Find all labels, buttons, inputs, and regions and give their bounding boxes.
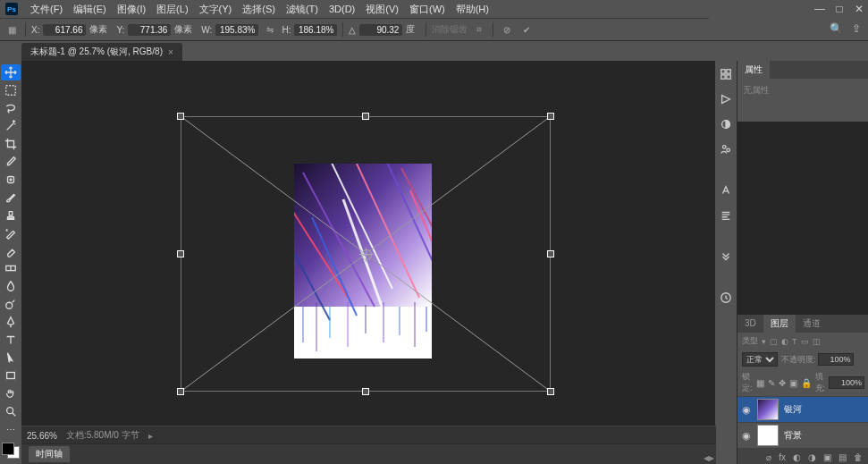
- x-input[interactable]: 617.66: [43, 24, 86, 36]
- healing-brush-tool[interactable]: [1, 172, 21, 188]
- transform-handle-bl[interactable]: [177, 388, 184, 395]
- transform-handle-bc[interactable]: [362, 388, 369, 395]
- menu-type[interactable]: 文字(Y): [194, 3, 238, 16]
- maximize-button[interactable]: □: [834, 4, 845, 14]
- opacity-input[interactable]: [818, 353, 854, 366]
- document-info[interactable]: 文档:5.80M/0 字节: [66, 429, 139, 442]
- color-panel-icon[interactable]: [718, 66, 734, 82]
- layer-name-1[interactable]: 背景: [784, 429, 802, 442]
- delete-layer-icon[interactable]: 🗑: [854, 452, 863, 462]
- tab-channels[interactable]: 通道: [796, 315, 828, 333]
- filter-adjust-icon[interactable]: ◐: [781, 337, 788, 346]
- hand-tool[interactable]: [1, 385, 21, 401]
- adjustment-layer-icon[interactable]: ◑: [808, 452, 816, 462]
- filter-dropdown-icon[interactable]: ▾: [762, 337, 766, 346]
- layer-row-0[interactable]: ◉ 银河: [737, 396, 868, 422]
- angle-input[interactable]: 90.32: [359, 24, 402, 36]
- filter-type-icon[interactable]: T: [792, 337, 797, 346]
- eyedropper-tool[interactable]: [1, 154, 21, 170]
- scroll-arrows[interactable]: ◂▸: [704, 453, 714, 462]
- menu-3d[interactable]: 3D(D): [324, 4, 360, 14]
- history-brush-tool[interactable]: [1, 225, 21, 241]
- lock-pos-icon[interactable]: ✥: [779, 377, 786, 388]
- tab-3d[interactable]: 3D: [737, 315, 763, 333]
- history-panel-icon[interactable]: [718, 290, 734, 306]
- layer-thumb-0[interactable]: [757, 399, 779, 420]
- cancel-transform-icon[interactable]: ⊘: [499, 21, 515, 38]
- lasso-tool[interactable]: [1, 100, 21, 116]
- transform-handle-br[interactable]: [547, 388, 554, 395]
- menu-window[interactable]: 窗口(W): [404, 3, 451, 16]
- close-document-icon[interactable]: ×: [168, 47, 173, 57]
- group-icon[interactable]: ▣: [823, 452, 831, 462]
- path-selection-tool[interactable]: [1, 350, 21, 366]
- transform-center-point[interactable]: [361, 249, 372, 260]
- pen-tool[interactable]: [1, 314, 21, 330]
- dodge-tool[interactable]: [1, 296, 21, 312]
- adjustments-panel-icon[interactable]: [718, 116, 734, 132]
- stamp-tool[interactable]: [1, 207, 21, 224]
- menu-help[interactable]: 帮助(H): [451, 3, 494, 16]
- transform-ref-point-icon[interactable]: ▦: [4, 21, 20, 38]
- blend-mode-select[interactable]: 正常: [742, 352, 778, 367]
- tab-layers[interactable]: 图层: [763, 315, 796, 333]
- edit-toolbar-icon[interactable]: ⋯: [1, 421, 21, 437]
- menu-select[interactable]: 选择(S): [237, 3, 281, 16]
- menu-layer[interactable]: 图层(L): [151, 3, 193, 16]
- layer-row-1[interactable]: ◉ 背景: [737, 422, 868, 448]
- info-dropdown-icon[interactable]: ▸: [148, 431, 153, 441]
- foreground-color-swatch[interactable]: [2, 443, 14, 455]
- properties-tab[interactable]: 属性: [737, 61, 770, 79]
- filter-shape-icon[interactable]: ▭: [801, 337, 809, 346]
- lock-paint-icon[interactable]: ✎: [768, 377, 775, 388]
- move-tool[interactable]: [1, 64, 21, 80]
- menu-image[interactable]: 图像(I): [112, 3, 151, 16]
- share-icon[interactable]: ⇪: [852, 22, 861, 35]
- transform-handle-tl[interactable]: [177, 113, 184, 120]
- visibility-toggle-0[interactable]: ◉: [741, 404, 752, 416]
- warp-icon[interactable]: ⌗: [471, 21, 487, 38]
- filter-pixel-icon[interactable]: ▢: [770, 337, 778, 346]
- magic-wand-tool[interactable]: [1, 118, 21, 134]
- menu-filter[interactable]: 滤镜(T): [281, 3, 324, 16]
- menu-file[interactable]: 文件(F): [25, 3, 68, 16]
- swatches-panel-icon[interactable]: [718, 91, 734, 107]
- layer-fx-icon[interactable]: fx: [779, 452, 786, 462]
- transform-handle-tr[interactable]: [547, 113, 554, 120]
- lock-trans-icon[interactable]: ▦: [756, 377, 764, 388]
- free-transform-bounding-box[interactable]: [181, 116, 551, 392]
- rectangle-tool[interactable]: [1, 367, 21, 384]
- menu-edit[interactable]: 编辑(E): [68, 3, 112, 16]
- new-layer-icon[interactable]: ▤: [839, 452, 847, 462]
- lock-nest-icon[interactable]: ▣: [789, 377, 797, 388]
- zoom-tool[interactable]: [1, 403, 21, 419]
- character-panel-icon[interactable]: [718, 182, 734, 198]
- link-layers-icon[interactable]: ⌀: [766, 452, 771, 462]
- minimize-button[interactable]: —: [814, 4, 825, 14]
- layer-thumb-1[interactable]: [757, 425, 779, 446]
- marquee-tool[interactable]: [1, 82, 21, 98]
- filter-smart-icon[interactable]: ◫: [813, 337, 821, 346]
- brush-tool[interactable]: [1, 190, 21, 206]
- w-input[interactable]: 195.83%: [215, 24, 258, 36]
- layer-name-0[interactable]: 银河: [784, 403, 802, 416]
- menu-view[interactable]: 视图(V): [360, 3, 404, 16]
- gradient-tool[interactable]: [1, 260, 21, 276]
- transform-handle-mr[interactable]: [547, 250, 554, 257]
- commit-transform-icon[interactable]: ✔: [518, 21, 535, 38]
- transform-handle-ml[interactable]: [177, 250, 184, 257]
- search-icon[interactable]: 🔍: [830, 22, 843, 35]
- zoom-level[interactable]: 25.66%: [27, 431, 57, 441]
- y-input[interactable]: 771.36: [128, 24, 171, 36]
- crop-tool[interactable]: [1, 136, 21, 152]
- link-wh-icon[interactable]: ⇋: [262, 21, 278, 38]
- h-input[interactable]: 186.18%: [294, 24, 337, 36]
- color-swatches[interactable]: [2, 443, 20, 459]
- canvas[interactable]: [21, 61, 715, 464]
- layer-mask-icon[interactable]: ◐: [793, 452, 801, 462]
- lock-all-icon[interactable]: 🔒: [801, 377, 812, 388]
- fill-input[interactable]: [829, 376, 864, 389]
- blur-tool[interactable]: [1, 278, 21, 294]
- document-tab[interactable]: 未标题-1 @ 25.7% (银河, RGB/8) ×: [21, 43, 182, 61]
- visibility-toggle-1[interactable]: ◉: [741, 430, 752, 442]
